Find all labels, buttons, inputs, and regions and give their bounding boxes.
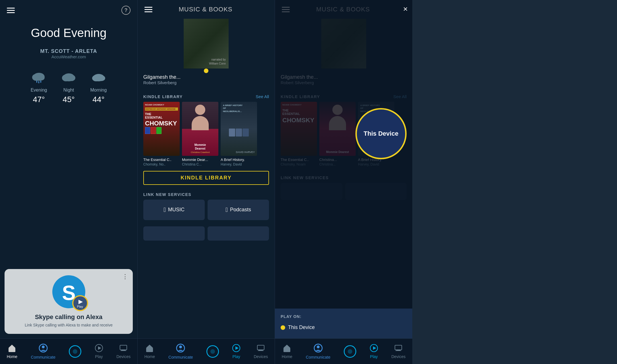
book-card-brief[interactable]: A BRIEF HISTORYOFNEOLIBERALIS... DAVID H… <box>221 102 257 166</box>
kindle-section-dot <box>204 69 208 73</box>
weather-morning: Morning 44° <box>90 71 107 104</box>
nav-home[interactable]: Home <box>3 343 21 360</box>
svg-rect-3 <box>36 80 37 83</box>
mommie-author: Christina C... <box>182 162 218 166</box>
night-label: Night <box>63 88 74 93</box>
nav3-devices-label: Devices <box>391 354 405 359</box>
svg-rect-5 <box>40 80 41 83</box>
book-card-chomsky[interactable]: NOAM CHOMSKY EDITED BY ANTHONY ARNONE TH… <box>143 102 180 166</box>
home-icon-p3 <box>283 344 291 353</box>
hero-book-author: Robert Silverberg <box>143 80 269 85</box>
nav2-alexa[interactable] <box>203 344 222 359</box>
play-nav-icon-p2 <box>232 344 240 353</box>
close-button[interactable]: × <box>403 5 408 14</box>
location-text: MT. SCOTT - ARLETA <box>40 48 97 54</box>
nav2-devices-label: Devices <box>254 354 268 359</box>
hamburger-icon[interactable] <box>7 8 15 13</box>
nav-home-label: Home <box>7 354 17 359</box>
svg-marker-19 <box>98 346 101 350</box>
svg-marker-37 <box>373 346 376 350</box>
play-button[interactable]: ▶ Play <box>72 295 88 311</box>
nav2-communicate-label: Communicate <box>168 355 193 359</box>
play-on-this-device-label: This Device <box>288 324 315 330</box>
communicate-icon-p2 <box>176 344 185 354</box>
alexa-ring-icon-p2 <box>206 345 219 358</box>
svg-rect-22 <box>121 350 126 351</box>
extra-service-placeholder <box>143 226 205 241</box>
book-cover-chomsky: NOAM CHOMSKY EDITED BY ANTHONY ARNONE TH… <box>143 102 180 156</box>
play-nav-icon-p3 <box>370 344 378 353</box>
kindle-see-all[interactable]: See All <box>256 94 269 99</box>
play-on-popup: PLAY ON: This Device <box>275 309 412 338</box>
kindle-highlight-label: KINDLE LIBRARY <box>181 175 231 181</box>
this-device-annotation-label: This Device <box>364 130 398 138</box>
night-temp: 45° <box>63 95 74 104</box>
svg-rect-40 <box>396 350 401 351</box>
nav-communicate[interactable]: Communicate <box>28 342 59 361</box>
bottom-nav-panel2: Home Communicate Play <box>138 338 275 364</box>
nav2-communicate[interactable]: Communicate <box>165 342 196 361</box>
svg-rect-20 <box>120 345 127 350</box>
chomsky-author: Chomsky, No.. <box>143 162 180 166</box>
weather-source: AccuWeather.com <box>51 54 86 59</box>
extra-service-row <box>138 224 275 243</box>
svg-point-8 <box>68 75 75 81</box>
this-device-circle: This Device <box>355 108 407 159</box>
nav3-play-label: Play <box>370 354 378 359</box>
alexa-ring-icon <box>69 345 81 358</box>
book-card-mommie[interactable]: MommieDearest Christina Crawford Mommie … <box>182 102 218 166</box>
nav-play[interactable]: Play <box>92 343 106 360</box>
nav3-alexa[interactable] <box>340 344 360 359</box>
svg-rect-4 <box>38 81 39 83</box>
nav2-devices[interactable]: Devices <box>250 343 272 360</box>
hero-book-cover: narrated byWilliam Conn <box>184 19 229 69</box>
nav3-devices[interactable]: Devices <box>388 343 409 360</box>
book-grid: NOAM CHOMSKY EDITED BY ANTHONY ARNONE TH… <box>138 102 275 171</box>
kindle-section-header: KINDLE LIBRARY See All <box>138 90 275 102</box>
bottom-nav-panel3: Home Communicate Play <box>275 338 412 364</box>
communicate-icon <box>39 344 48 354</box>
svg-rect-38 <box>395 345 402 350</box>
apple-podcasts-btn[interactable]:  Podcasts <box>208 200 269 220</box>
svg-marker-28 <box>235 346 239 350</box>
apple-music-btn[interactable]:  MUSIC <box>143 200 205 220</box>
play-on-dot <box>281 325 285 330</box>
weather-section: Good Evening MT. SCOTT - ARLETA AccuWeat… <box>0 20 137 269</box>
skype-description: Link Skype calling with Alexa to make an… <box>25 322 113 328</box>
nav2-play[interactable]: Play <box>229 343 244 360</box>
nav-alexa[interactable] <box>65 344 85 359</box>
morning-label: Morning <box>90 88 107 93</box>
help-icon[interactable]: ? <box>121 6 131 15</box>
svg-marker-24 <box>146 345 153 348</box>
svg-rect-31 <box>258 350 264 351</box>
panel-music-books-overlay: MUSIC & BOOKS Gilgamesh the... Robert Si… <box>275 0 412 364</box>
svg-rect-14 <box>9 348 15 352</box>
nav3-home[interactable]: Home <box>278 343 296 360</box>
hero-book-section: narrated byWilliam Conn <box>138 19 275 71</box>
brief-title: A Brief History. <box>221 158 257 162</box>
chomsky-title: The Essential C.. <box>143 158 180 162</box>
nav3-communicate[interactable]: Communicate <box>303 342 334 361</box>
panel-home: ? Good Evening MT. SCOTT - ARLETA AccuWe… <box>0 0 137 364</box>
home-icon <box>8 344 16 353</box>
svg-point-35 <box>317 346 320 348</box>
apple-podcasts-icon:  <box>225 206 228 214</box>
weather-evening: Evening 47° <box>31 71 47 104</box>
cloud-night-icon <box>61 71 76 85</box>
bottom-nav-panel1: Home Communicate Play <box>0 338 137 364</box>
nav2-home[interactable]: Home <box>141 343 158 360</box>
skype-card: ⋮ S ▶ Play Skype calling on Alexa Link S… <box>5 269 133 334</box>
nav3-play[interactable]: Play <box>367 343 381 360</box>
svg-point-17 <box>42 346 45 348</box>
link-services-header: LINK NEW SERVICES <box>138 188 275 200</box>
nav2-play-label: Play <box>233 354 240 359</box>
devices-icon-p3 <box>394 344 403 353</box>
panel2-title: MUSIC & BOOKS <box>152 6 259 13</box>
svg-point-2 <box>38 75 45 80</box>
hamburger-icon-p2[interactable] <box>144 7 152 12</box>
play-on-this-device[interactable]: This Device <box>281 322 407 333</box>
nav-devices[interactable]: Devices <box>113 343 134 360</box>
skype-card-menu[interactable]: ⋮ <box>122 273 128 280</box>
skype-title: Skype calling on Alexa <box>35 313 103 321</box>
kindle-highlight-box: KINDLE LIBRARY <box>143 171 269 185</box>
